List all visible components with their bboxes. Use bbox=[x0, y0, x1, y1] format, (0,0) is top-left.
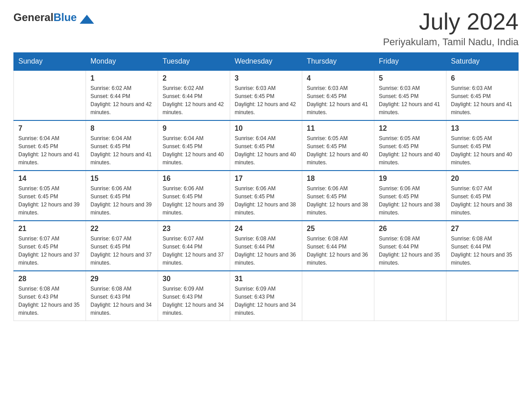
day-number: 25 bbox=[307, 225, 369, 233]
calendar-cell: 10Sunrise: 6:04 AMSunset: 6:45 PMDayligh… bbox=[230, 120, 302, 171]
day-number: 20 bbox=[451, 175, 514, 183]
day-number: 17 bbox=[235, 175, 297, 183]
month-title: July 2024 bbox=[383, 9, 519, 34]
day-info: Sunrise: 6:05 AMSunset: 6:45 PMDaylight:… bbox=[307, 134, 369, 167]
day-info: Sunrise: 6:08 AMSunset: 6:44 PMDaylight:… bbox=[235, 235, 297, 267]
calendar-cell: 5Sunrise: 6:03 AMSunset: 6:45 PMDaylight… bbox=[374, 70, 446, 120]
day-info: Sunrise: 6:06 AMSunset: 6:45 PMDaylight:… bbox=[90, 184, 153, 217]
day-info: Sunrise: 6:03 AMSunset: 6:45 PMDaylight:… bbox=[451, 84, 514, 116]
calendar-cell: 11Sunrise: 6:05 AMSunset: 6:45 PMDayligh… bbox=[302, 120, 374, 171]
day-info: Sunrise: 6:03 AMSunset: 6:45 PMDaylight:… bbox=[235, 84, 297, 116]
col-header-thursday: Thursday bbox=[302, 53, 374, 71]
day-info: Sunrise: 6:07 AMSunset: 6:44 PMDaylight:… bbox=[163, 235, 225, 267]
day-number: 16 bbox=[163, 175, 225, 183]
day-number: 28 bbox=[18, 275, 81, 283]
page-header: GeneralBlue July 2024 Periyakulam, Tamil… bbox=[13, 9, 519, 48]
day-number: 31 bbox=[235, 275, 297, 283]
day-info: Sunrise: 6:07 AMSunset: 6:45 PMDaylight:… bbox=[90, 235, 153, 267]
day-info: Sunrise: 6:06 AMSunset: 6:45 PMDaylight:… bbox=[307, 184, 369, 217]
day-info: Sunrise: 6:02 AMSunset: 6:44 PMDaylight:… bbox=[163, 84, 225, 116]
day-number: 7 bbox=[18, 124, 81, 133]
day-info: Sunrise: 6:05 AMSunset: 6:45 PMDaylight:… bbox=[18, 184, 81, 217]
calendar-cell: 29Sunrise: 6:08 AMSunset: 6:43 PMDayligh… bbox=[86, 271, 158, 321]
calendar-cell: 24Sunrise: 6:08 AMSunset: 6:44 PMDayligh… bbox=[230, 221, 302, 271]
col-header-tuesday: Tuesday bbox=[158, 53, 230, 71]
day-info: Sunrise: 6:06 AMSunset: 6:45 PMDaylight:… bbox=[163, 184, 225, 217]
day-number: 12 bbox=[379, 124, 442, 133]
day-number: 10 bbox=[235, 124, 297, 133]
svg-marker-0 bbox=[80, 15, 94, 24]
logo-icon bbox=[80, 15, 94, 24]
calendar-cell: 21Sunrise: 6:07 AMSunset: 6:45 PMDayligh… bbox=[14, 221, 86, 271]
calendar-week-row: 14Sunrise: 6:05 AMSunset: 6:45 PMDayligh… bbox=[14, 171, 519, 221]
calendar-week-row: 1Sunrise: 6:02 AMSunset: 6:44 PMDaylight… bbox=[14, 70, 519, 120]
day-number: 21 bbox=[18, 225, 81, 233]
calendar-cell: 20Sunrise: 6:07 AMSunset: 6:45 PMDayligh… bbox=[446, 171, 519, 221]
day-info: Sunrise: 6:04 AMSunset: 6:45 PMDaylight:… bbox=[18, 134, 81, 167]
day-number: 15 bbox=[90, 175, 153, 183]
day-number: 30 bbox=[163, 275, 225, 283]
calendar-week-row: 7Sunrise: 6:04 AMSunset: 6:45 PMDaylight… bbox=[14, 120, 519, 171]
calendar-cell: 31Sunrise: 6:09 AMSunset: 6:43 PMDayligh… bbox=[230, 271, 302, 321]
day-number: 4 bbox=[307, 74, 369, 82]
calendar-cell: 2Sunrise: 6:02 AMSunset: 6:44 PMDaylight… bbox=[158, 70, 230, 120]
day-info: Sunrise: 6:08 AMSunset: 6:43 PMDaylight:… bbox=[18, 285, 81, 317]
calendar-cell: 13Sunrise: 6:05 AMSunset: 6:45 PMDayligh… bbox=[446, 120, 519, 171]
day-info: Sunrise: 6:09 AMSunset: 6:43 PMDaylight:… bbox=[235, 285, 297, 317]
col-header-sunday: Sunday bbox=[14, 53, 86, 71]
col-header-saturday: Saturday bbox=[446, 53, 519, 71]
calendar-cell: 26Sunrise: 6:08 AMSunset: 6:44 PMDayligh… bbox=[374, 221, 446, 271]
day-info: Sunrise: 6:05 AMSunset: 6:45 PMDaylight:… bbox=[379, 134, 442, 167]
day-number: 26 bbox=[379, 225, 442, 233]
calendar-cell: 1Sunrise: 6:02 AMSunset: 6:44 PMDaylight… bbox=[86, 70, 158, 120]
calendar-cell: 23Sunrise: 6:07 AMSunset: 6:44 PMDayligh… bbox=[158, 221, 230, 271]
calendar-week-row: 21Sunrise: 6:07 AMSunset: 6:45 PMDayligh… bbox=[14, 221, 519, 271]
calendar-cell: 25Sunrise: 6:08 AMSunset: 6:44 PMDayligh… bbox=[302, 221, 374, 271]
day-info: Sunrise: 6:08 AMSunset: 6:43 PMDaylight:… bbox=[90, 285, 153, 317]
col-header-monday: Monday bbox=[86, 53, 158, 71]
day-number: 27 bbox=[451, 225, 514, 233]
day-number: 8 bbox=[90, 124, 153, 133]
day-number: 13 bbox=[451, 124, 514, 133]
calendar-cell: 7Sunrise: 6:04 AMSunset: 6:45 PMDaylight… bbox=[14, 120, 86, 171]
calendar-cell: 8Sunrise: 6:04 AMSunset: 6:45 PMDaylight… bbox=[86, 120, 158, 171]
location-title: Periyakulam, Tamil Nadu, India bbox=[383, 36, 519, 48]
calendar-cell bbox=[374, 271, 446, 321]
logo-general: General bbox=[13, 11, 53, 23]
day-number: 24 bbox=[235, 225, 297, 233]
day-info: Sunrise: 6:02 AMSunset: 6:44 PMDaylight:… bbox=[90, 84, 153, 116]
calendar-cell: 16Sunrise: 6:06 AMSunset: 6:45 PMDayligh… bbox=[158, 171, 230, 221]
calendar-cell: 30Sunrise: 6:09 AMSunset: 6:43 PMDayligh… bbox=[158, 271, 230, 321]
day-info: Sunrise: 6:08 AMSunset: 6:44 PMDaylight:… bbox=[451, 235, 514, 267]
day-number: 19 bbox=[379, 175, 442, 183]
day-number: 29 bbox=[90, 275, 153, 283]
day-info: Sunrise: 6:03 AMSunset: 6:45 PMDaylight:… bbox=[307, 84, 369, 116]
day-info: Sunrise: 6:04 AMSunset: 6:45 PMDaylight:… bbox=[163, 134, 225, 167]
day-number: 11 bbox=[307, 124, 369, 133]
calendar-cell: 22Sunrise: 6:07 AMSunset: 6:45 PMDayligh… bbox=[86, 221, 158, 271]
day-info: Sunrise: 6:04 AMSunset: 6:45 PMDaylight:… bbox=[235, 134, 297, 167]
calendar-cell: 28Sunrise: 6:08 AMSunset: 6:43 PMDayligh… bbox=[14, 271, 86, 321]
day-info: Sunrise: 6:06 AMSunset: 6:45 PMDaylight:… bbox=[379, 184, 442, 217]
calendar-cell: 14Sunrise: 6:05 AMSunset: 6:45 PMDayligh… bbox=[14, 171, 86, 221]
col-header-wednesday: Wednesday bbox=[230, 53, 302, 71]
calendar-cell: 17Sunrise: 6:06 AMSunset: 6:45 PMDayligh… bbox=[230, 171, 302, 221]
day-number: 2 bbox=[163, 74, 225, 82]
calendar-cell bbox=[446, 271, 519, 321]
calendar-cell: 3Sunrise: 6:03 AMSunset: 6:45 PMDaylight… bbox=[230, 70, 302, 120]
day-number: 22 bbox=[90, 225, 153, 233]
calendar-cell: 27Sunrise: 6:08 AMSunset: 6:44 PMDayligh… bbox=[446, 221, 519, 271]
logo: GeneralBlue bbox=[13, 9, 94, 24]
calendar-cell bbox=[302, 271, 374, 321]
day-info: Sunrise: 6:04 AMSunset: 6:45 PMDaylight:… bbox=[90, 134, 153, 167]
day-number: 23 bbox=[163, 225, 225, 233]
day-number: 1 bbox=[90, 74, 153, 82]
calendar-cell: 4Sunrise: 6:03 AMSunset: 6:45 PMDaylight… bbox=[302, 70, 374, 120]
calendar-cell: 6Sunrise: 6:03 AMSunset: 6:45 PMDaylight… bbox=[446, 70, 519, 120]
day-number: 3 bbox=[235, 74, 297, 82]
day-number: 18 bbox=[307, 175, 369, 183]
day-number: 9 bbox=[163, 124, 225, 133]
day-info: Sunrise: 6:08 AMSunset: 6:44 PMDaylight:… bbox=[307, 235, 369, 267]
day-info: Sunrise: 6:06 AMSunset: 6:45 PMDaylight:… bbox=[235, 184, 297, 217]
day-info: Sunrise: 6:07 AMSunset: 6:45 PMDaylight:… bbox=[18, 235, 81, 267]
